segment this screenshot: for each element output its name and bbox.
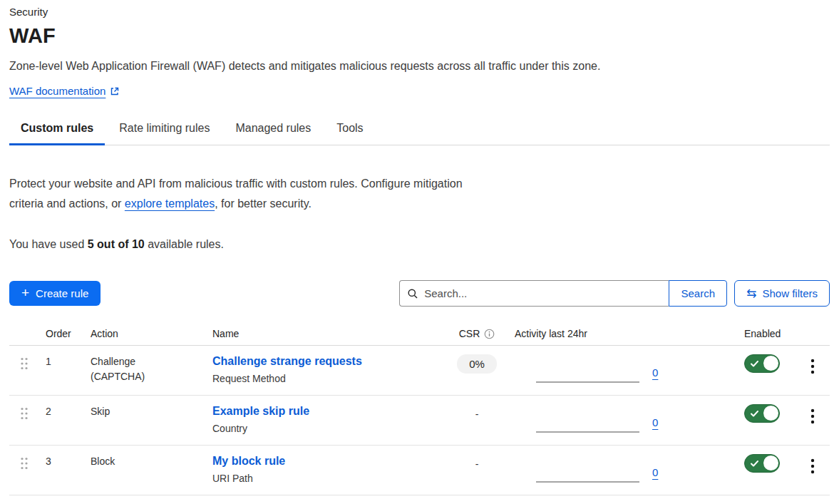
- header-order: Order: [43, 328, 88, 339]
- rules-usage-summary: You have used 5 out of 10 available rule…: [9, 238, 830, 251]
- tab-label: Rate limiting rules: [119, 122, 210, 134]
- tab-custom-rules[interactable]: Custom rules: [9, 113, 105, 145]
- custom-rules-table: Order Action Name CSR Activity last 24hr: [9, 328, 830, 495]
- rule-field: URI Path: [212, 473, 441, 484]
- enabled-toggle[interactable]: [744, 404, 780, 423]
- toggle-knob: [763, 356, 778, 371]
- header-csr-label: CSR: [459, 328, 480, 339]
- rule-order: 2: [43, 404, 88, 419]
- row-menu-button[interactable]: [806, 406, 819, 429]
- row-menu-button[interactable]: [806, 456, 819, 479]
- swap-arrows-icon: ⇆: [746, 287, 756, 299]
- activity-sparkline: [536, 460, 639, 483]
- activity-sparkline: [536, 410, 639, 433]
- external-link-icon: [110, 86, 120, 96]
- rule-name-link[interactable]: My block rule: [212, 454, 441, 468]
- rule-order: 1: [43, 354, 88, 369]
- toggle-knob: [763, 456, 778, 470]
- check-icon: [751, 361, 758, 367]
- activity-cell: 0: [513, 454, 693, 483]
- tab-label: Managed rules: [235, 122, 311, 134]
- breadcrumb: Security: [9, 6, 830, 18]
- create-rule-label: Create rule: [36, 287, 88, 299]
- drag-handle-icon[interactable]: [9, 354, 43, 374]
- info-icon[interactable]: [484, 329, 495, 339]
- rule-name-link[interactable]: Challenge strange requests: [212, 354, 441, 369]
- show-filters-button[interactable]: ⇆ Show filters: [734, 280, 830, 307]
- header-action: Action: [88, 328, 210, 339]
- activity-sparkline: [536, 360, 639, 383]
- table-row: 3 Block My block rule URI Path - 0: [9, 446, 830, 495]
- page-title: WAF: [9, 24, 830, 48]
- activity-count-link[interactable]: 0: [652, 413, 658, 433]
- rule-action: Block: [91, 454, 210, 469]
- search-button[interactable]: Search: [669, 280, 727, 307]
- create-rule-button[interactable]: + Create rule: [9, 281, 101, 306]
- activity-count-link[interactable]: 0: [652, 363, 658, 383]
- tab-rate-limiting-rules[interactable]: Rate limiting rules: [108, 113, 221, 145]
- kebab-icon: [810, 458, 815, 474]
- intro-line1: Protect your website and API from malici…: [9, 174, 830, 194]
- csr-badge: 0%: [457, 354, 497, 374]
- table-row: 1 Challenge (CAPTCHA) Challenge strange …: [9, 346, 830, 396]
- rules-toolbar: + Create rule Search ⇆ Show filters: [9, 280, 830, 307]
- explore-templates-link[interactable]: explore templates: [125, 197, 215, 210]
- tab-tools[interactable]: Tools: [325, 113, 374, 145]
- csr-value: -: [475, 408, 479, 420]
- kebab-icon: [810, 408, 815, 424]
- usage-prefix: You have used: [9, 238, 88, 250]
- waf-page: Security WAF Zone-level Web Application …: [0, 0, 839, 495]
- rule-field: Country: [212, 423, 441, 434]
- rule-order: 3: [43, 454, 88, 469]
- waf-documentation-link-label: WAF documentation: [9, 85, 105, 97]
- toggle-knob: [763, 406, 778, 421]
- search-icon: [407, 288, 424, 299]
- tab-label: Tools: [336, 122, 363, 134]
- drag-handle-icon[interactable]: [9, 404, 43, 423]
- page-description: Zone-level Web Application Firewall (WAF…: [9, 60, 830, 73]
- activity-count-link[interactable]: 0: [652, 463, 658, 483]
- search-input[interactable]: [424, 287, 662, 299]
- header-name: Name: [210, 328, 441, 339]
- table-header-row: Order Action Name CSR Activity last 24hr: [9, 328, 830, 346]
- toolbar-right: Search ⇆ Show filters: [399, 280, 830, 307]
- table-row: 2 Skip Example skip rule Country - 0: [9, 396, 830, 446]
- show-filters-label: Show filters: [762, 287, 818, 299]
- header-csr: CSR: [441, 328, 513, 339]
- enabled-toggle[interactable]: [744, 454, 780, 473]
- rule-field: Request Method: [212, 373, 441, 384]
- usage-suffix: available rules.: [145, 238, 224, 250]
- row-menu-button[interactable]: [806, 356, 819, 379]
- rule-action: Skip: [91, 404, 210, 419]
- intro-line2-before: criteria and actions, or: [9, 197, 125, 210]
- header-activity: Activity last 24hr: [513, 328, 693, 339]
- search-box: [399, 280, 669, 307]
- tab-managed-rules[interactable]: Managed rules: [224, 113, 322, 145]
- intro-line2: criteria and actions, or explore templat…: [9, 194, 830, 214]
- tab-label: Custom rules: [21, 122, 93, 134]
- csr-value: -: [475, 458, 479, 470]
- drag-handle-icon[interactable]: [9, 454, 43, 473]
- activity-cell: 0: [513, 404, 693, 433]
- plus-icon: +: [21, 286, 29, 299]
- waf-documentation-link[interactable]: WAF documentation: [9, 85, 120, 97]
- rule-name-link[interactable]: Example skip rule: [212, 404, 441, 418]
- usage-count: 5 out of 10: [88, 238, 145, 250]
- check-icon: [751, 461, 758, 467]
- tab-bar: Custom rules Rate limiting rules Managed…: [9, 113, 830, 145]
- kebab-icon: [810, 359, 815, 374]
- activity-cell: 0: [513, 354, 693, 383]
- check-icon: [751, 411, 758, 417]
- header-enabled: Enabled: [693, 328, 801, 339]
- enabled-toggle[interactable]: [744, 354, 780, 373]
- intro-line2-after: , for better security.: [215, 197, 312, 210]
- rule-action: Challenge (CAPTCHA): [91, 354, 210, 384]
- custom-rules-intro: Protect your website and API from malici…: [9, 174, 830, 214]
